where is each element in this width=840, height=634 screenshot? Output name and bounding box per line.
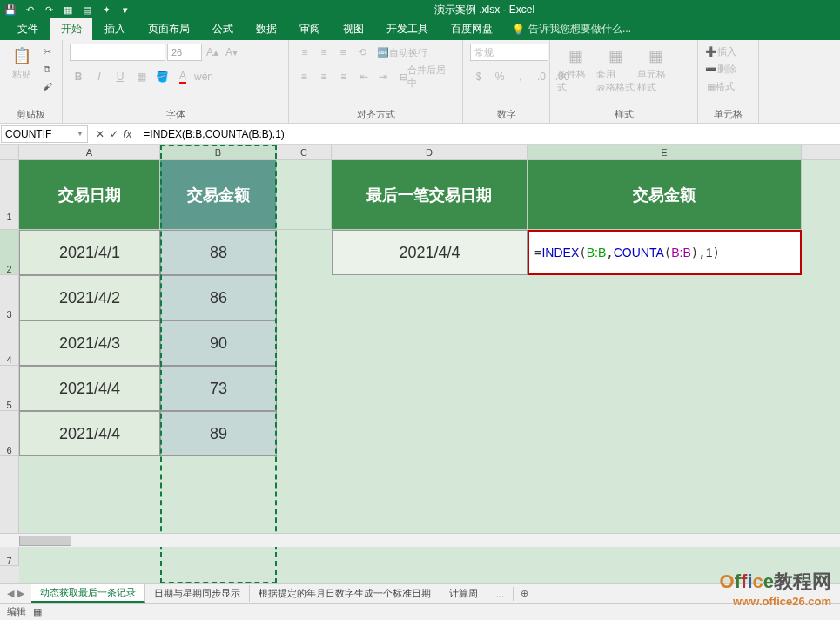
tab-insert[interactable]: 插入 <box>94 18 136 40</box>
percent-icon[interactable]: % <box>491 68 508 85</box>
format-cells-button[interactable]: ▦ 格式 <box>705 78 736 94</box>
add-sheet-icon[interactable]: ⊕ <box>514 588 535 599</box>
row-header-6[interactable]: 6 <box>0 411 19 456</box>
sheet-nav-prev-icon[interactable]: ◀ <box>7 588 14 599</box>
cut-icon[interactable]: ✂ <box>39 44 55 59</box>
tab-view[interactable]: 视图 <box>333 18 374 40</box>
col-header-e[interactable]: E <box>528 145 802 159</box>
cell-e1[interactable]: 交易金额 <box>528 160 802 230</box>
cell-d1[interactable]: 最后一笔交易日期 <box>332 160 528 230</box>
cell-a4[interactable]: 2021/4/3 <box>19 320 160 366</box>
tab-data[interactable]: 数据 <box>245 18 287 40</box>
row-header-4[interactable]: 4 <box>0 320 19 366</box>
worksheet-grid[interactable]: A B C D E 1 2 3 4 5 6 7 交易日期 交易金额 最后一笔交易… <box>0 145 840 583</box>
redo-icon[interactable]: ↷ <box>42 3 56 17</box>
delete-cells-button[interactable]: ➖ 删除 <box>705 61 736 77</box>
sheet-tab-2[interactable]: 日期与星期同步显示 <box>145 585 250 602</box>
undo-icon[interactable]: ↶ <box>23 3 37 17</box>
align-middle-icon[interactable]: ≡ <box>315 44 333 61</box>
tab-home[interactable]: 开始 <box>50 18 92 40</box>
fx-icon[interactable]: fx <box>124 128 131 140</box>
sheet-nav-next-icon[interactable]: ▶ <box>17 588 24 599</box>
cell-d2[interactable]: 2021/4/4 <box>332 230 528 275</box>
conditional-format-button[interactable]: ▦条件格式 <box>557 44 594 94</box>
cell-a6[interactable]: 2021/4/4 <box>19 411 160 456</box>
paste-button[interactable]: 📋 粘贴 <box>7 44 36 81</box>
copy-icon[interactable]: ⧉ <box>39 61 55 77</box>
col-header-a[interactable]: A <box>19 145 160 159</box>
indent-left-icon[interactable]: ⇤ <box>355 68 372 85</box>
qat-icon[interactable]: ▦ <box>61 3 75 17</box>
row-header-5[interactable]: 5 <box>0 366 19 411</box>
row-header-3[interactable]: 3 <box>0 275 19 320</box>
cell-b1[interactable]: 交易金额 <box>160 160 277 230</box>
row-header-1[interactable]: 1 <box>0 160 19 230</box>
font-color-icon[interactable]: A <box>174 68 192 85</box>
increase-font-icon[interactable]: A▴ <box>204 44 221 61</box>
cell-c1[interactable] <box>277 160 332 230</box>
save-icon[interactable]: 💾 <box>3 3 17 17</box>
tab-file[interactable]: 文件 <box>7 18 49 40</box>
tab-developer[interactable]: 开发工具 <box>376 18 439 40</box>
row-header-7[interactable]: 7 <box>0 456 19 566</box>
orientation-icon[interactable]: ⟲ <box>353 44 371 61</box>
number-format-select[interactable] <box>470 44 548 61</box>
tab-page-layout[interactable]: 页面布局 <box>138 18 200 40</box>
increase-decimal-icon[interactable]: .0 <box>533 68 550 85</box>
cell-b5[interactable]: 73 <box>160 366 277 411</box>
cell-a5[interactable]: 2021/4/4 <box>19 366 160 411</box>
cell-e2-editing[interactable]: =INDEX(B:B,COUNTA(B:B),1) <box>528 230 802 275</box>
cell-a1[interactable]: 交易日期 <box>19 160 160 230</box>
col-header-b[interactable]: B <box>160 145 277 159</box>
comma-icon[interactable]: , <box>512 68 529 85</box>
cancel-icon[interactable]: ✕ <box>96 128 104 140</box>
qat-dropdown-icon[interactable]: ▾ <box>118 3 132 17</box>
phonetic-icon[interactable]: wén <box>195 68 212 85</box>
cell-styles-button[interactable]: ▦单元格样式 <box>637 44 674 94</box>
format-table-button[interactable]: ▦套用 表格格式 <box>597 44 634 94</box>
sheet-tab-1[interactable]: 动态获取最后一条记录 <box>31 584 145 603</box>
align-left-icon[interactable]: ≡ <box>296 68 312 85</box>
format-painter-icon[interactable]: 🖌 <box>39 78 55 94</box>
bold-button[interactable]: B <box>70 68 87 85</box>
cell-b4[interactable]: 90 <box>160 320 277 366</box>
underline-button[interactable]: U <box>111 68 129 85</box>
col-header-c[interactable]: C <box>277 145 332 159</box>
merge-center-button[interactable]: ⊟ 合并后居中 <box>395 68 455 85</box>
cell-b2[interactable]: 88 <box>160 230 277 275</box>
name-box[interactable]: COUNTIF ▼ <box>1 125 88 143</box>
border-icon[interactable]: ▦ <box>132 68 150 85</box>
indent-right-icon[interactable]: ⇥ <box>375 68 392 85</box>
sheet-tab-more[interactable]: ... <box>487 587 514 601</box>
italic-button[interactable]: I <box>91 68 108 85</box>
tab-baidu[interactable]: 百度网盘 <box>440 18 503 40</box>
sheet-tab-3[interactable]: 根据提定的年月日数字生成一个标准日期 <box>250 585 440 602</box>
cell-b6[interactable]: 89 <box>160 411 277 456</box>
font-name-select[interactable] <box>70 44 165 61</box>
tab-review[interactable]: 审阅 <box>289 18 331 40</box>
font-size-select[interactable] <box>167 44 202 61</box>
select-all-button[interactable] <box>0 145 19 159</box>
horizontal-scrollbar[interactable] <box>0 533 840 547</box>
tab-formulas[interactable]: 公式 <box>202 18 244 40</box>
qat-icon[interactable]: ▤ <box>80 3 94 17</box>
row-header-2[interactable]: 2 <box>0 230 19 275</box>
qat-icon[interactable]: ✦ <box>99 3 113 17</box>
align-center-icon[interactable]: ≡ <box>316 68 333 85</box>
decrease-font-icon[interactable]: A▾ <box>223 44 240 61</box>
fill-color-icon[interactable]: 🪣 <box>153 68 171 85</box>
align-right-icon[interactable]: ≡ <box>335 68 352 85</box>
macro-record-icon[interactable]: ▦ <box>33 606 42 617</box>
align-top-icon[interactable]: ≡ <box>296 44 313 61</box>
cell-a3[interactable]: 2021/4/2 <box>19 275 160 320</box>
sheet-tab-4[interactable]: 计算周 <box>440 585 487 602</box>
col-header-d[interactable]: D <box>332 145 528 159</box>
wrap-text-button[interactable]: 🔤 自动换行 <box>373 44 432 61</box>
scrollbar-thumb[interactable] <box>19 536 71 546</box>
enter-icon[interactable]: ✓ <box>110 128 118 140</box>
cell-a2[interactable]: 2021/4/1 <box>19 230 160 275</box>
insert-cells-button[interactable]: ➕ 插入 <box>705 44 736 59</box>
tell-me[interactable]: 💡 告诉我您想要做什么... <box>505 18 638 40</box>
cell-b3[interactable]: 86 <box>160 275 277 320</box>
formula-input[interactable]: =INDEX(B:B,COUNTA(B:B),1) <box>138 128 840 140</box>
